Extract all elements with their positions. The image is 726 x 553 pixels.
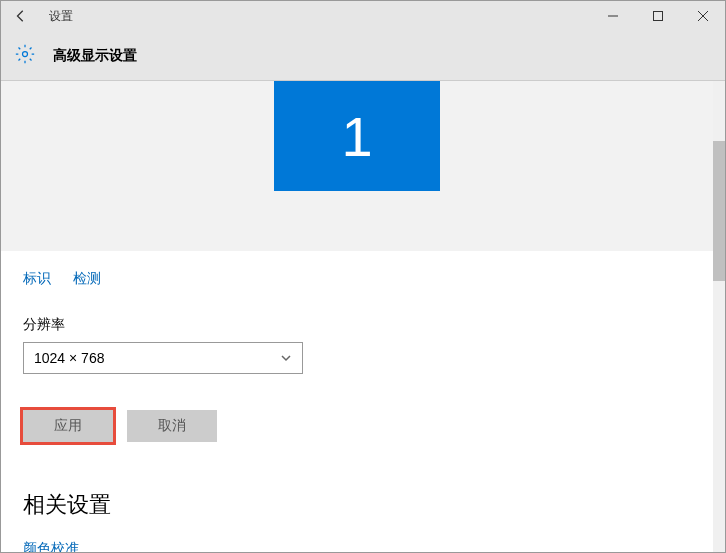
maximize-button[interactable] bbox=[635, 1, 680, 31]
close-icon bbox=[698, 11, 708, 21]
main-content: 1 标识 检测 分辨率 1024 × 768 应用 取消 相关设置 颜色校准 bbox=[1, 81, 713, 552]
resolution-label: 分辨率 bbox=[23, 316, 691, 334]
arrow-left-icon bbox=[14, 9, 28, 23]
titlebar: 设置 bbox=[1, 1, 725, 31]
apply-button[interactable]: 应用 bbox=[23, 410, 113, 442]
related-settings-title: 相关设置 bbox=[23, 490, 691, 520]
minimize-icon bbox=[608, 11, 618, 21]
resolution-value: 1024 × 768 bbox=[34, 350, 104, 366]
svg-point-4 bbox=[23, 51, 28, 56]
monitor-1[interactable]: 1 bbox=[274, 81, 440, 191]
settings-gear-icon bbox=[15, 44, 35, 68]
window-controls bbox=[590, 1, 725, 31]
scrollbar-thumb[interactable] bbox=[713, 141, 725, 281]
chevron-down-icon bbox=[280, 352, 292, 364]
color-calibration-link[interactable]: 颜色校准 bbox=[23, 540, 79, 552]
identify-link[interactable]: 标识 bbox=[23, 270, 51, 288]
window-title: 设置 bbox=[49, 8, 73, 25]
cancel-button[interactable]: 取消 bbox=[127, 410, 217, 442]
monitor-preview-area: 1 bbox=[1, 81, 713, 251]
back-button[interactable] bbox=[1, 1, 41, 31]
detect-link[interactable]: 检测 bbox=[73, 270, 101, 288]
minimize-button[interactable] bbox=[590, 1, 635, 31]
svg-rect-1 bbox=[653, 12, 662, 21]
vertical-scrollbar[interactable] bbox=[713, 81, 725, 552]
maximize-icon bbox=[653, 11, 663, 21]
action-buttons: 应用 取消 bbox=[23, 410, 691, 442]
close-button[interactable] bbox=[680, 1, 725, 31]
resolution-dropdown[interactable]: 1024 × 768 bbox=[23, 342, 303, 374]
monitor-actions: 标识 检测 bbox=[23, 269, 691, 288]
page-title: 高级显示设置 bbox=[53, 47, 137, 65]
page-header: 高级显示设置 bbox=[1, 31, 725, 81]
